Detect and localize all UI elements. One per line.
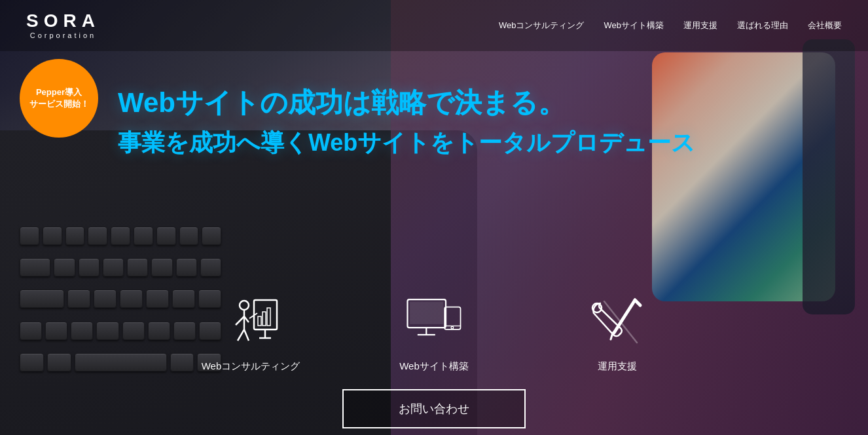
logo-corporation: Corporation — [26, 31, 100, 39]
nav-web-build[interactable]: Webサイト構築 — [604, 20, 664, 31]
key — [88, 227, 107, 245]
logo-sora: SORA — [26, 12, 100, 30]
svg-point-0 — [240, 301, 249, 310]
service-consulting[interactable]: Webコンサルティング — [159, 293, 342, 373]
key — [127, 258, 148, 276]
key — [20, 258, 50, 276]
website-icon — [405, 293, 463, 352]
nav-web-consulting[interactable]: Webコンサルティング — [499, 20, 585, 31]
service-website[interactable]: Webサイト構築 — [342, 293, 526, 373]
pepper-badge-text: Pepper導入 サービス開始！ — [29, 86, 89, 110]
key — [54, 258, 75, 276]
svg-rect-10 — [262, 312, 266, 326]
key — [200, 258, 221, 276]
svg-rect-11 — [267, 308, 270, 326]
key — [103, 258, 124, 276]
service-consulting-label: Webコンサルティング — [202, 360, 300, 373]
service-operation-label: 運用支援 — [598, 360, 637, 373]
tools-icon — [588, 293, 647, 352]
services-section: Webコンサルティング Webサイト構築 — [0, 293, 868, 373]
key — [20, 227, 39, 245]
hero-content: Webサイトの成功は戦略で決まる。 事業を成功へ導くWebサイトをトータルプロデ… — [118, 85, 842, 158]
hero-title-2: 事業を成功へ導くWebサイトをトータルプロデュース — [118, 128, 842, 159]
svg-line-2 — [236, 316, 244, 325]
key — [111, 227, 130, 245]
main-nav: Webコンサルティング Webサイト構築 運用支援 選ばれる理由 会社概要 — [499, 20, 842, 31]
svg-line-5 — [244, 330, 249, 341]
svg-line-4 — [238, 330, 244, 341]
key — [179, 227, 199, 245]
service-website-label: Webサイト構築 — [399, 360, 469, 373]
nav-why-us[interactable]: 選ばれる理由 — [737, 20, 788, 31]
key — [134, 227, 153, 245]
key — [151, 258, 172, 276]
svg-line-23 — [611, 333, 613, 339]
nav-operation[interactable]: 運用支援 — [683, 20, 717, 31]
key — [176, 258, 197, 276]
key — [79, 258, 99, 276]
logo[interactable]: SORA Corporation — [26, 12, 100, 39]
svg-rect-9 — [258, 316, 261, 326]
nav-about[interactable]: 会社概要 — [808, 20, 842, 31]
pepper-badge[interactable]: Pepper導入 サービス開始！ — [20, 59, 98, 138]
svg-line-22 — [635, 300, 640, 305]
cta-button[interactable]: お問い合わせ — [342, 389, 526, 428]
key — [43, 227, 62, 245]
key — [65, 227, 85, 245]
header: SORA Corporation Webコンサルティング Webサイト構築 運用… — [0, 0, 868, 51]
key — [156, 227, 176, 245]
consulting-icon — [221, 293, 280, 352]
service-operation[interactable]: 運用支援 — [526, 293, 709, 373]
svg-point-19 — [451, 326, 454, 329]
key — [202, 227, 221, 245]
cta-section: お問い合わせ — [342, 389, 526, 428]
svg-rect-14 — [410, 302, 443, 324]
hero-title-1: Webサイトの成功は戦略で決まる。 — [118, 85, 842, 121]
